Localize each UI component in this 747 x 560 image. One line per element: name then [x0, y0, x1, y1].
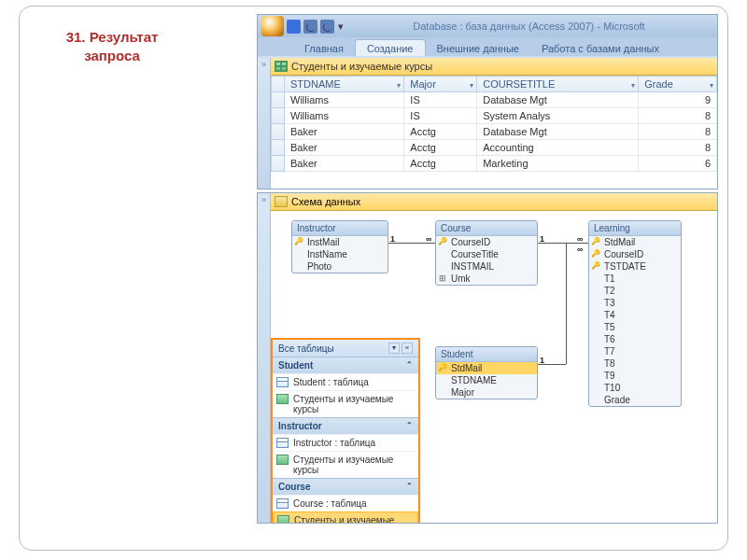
field-t8[interactable]: T8 [589, 357, 681, 370]
field-stdmail[interactable]: StdMail [589, 236, 681, 248]
chevron-down-icon[interactable]: ▾ [710, 81, 713, 90]
field-stdmail[interactable]: StdMail [436, 362, 537, 374]
cell[interactable]: Database Mgt [477, 92, 639, 108]
nav-item[interactable]: Student : таблица [273, 373, 418, 390]
cell[interactable]: Baker [285, 124, 404, 140]
office-button[interactable] [261, 16, 284, 36]
table-box-header[interactable]: Course [436, 221, 537, 236]
field-instmail[interactable]: InstMail [292, 236, 388, 248]
field-instmail[interactable]: INSTMAIL [436, 260, 537, 273]
cell[interactable]: 6 [639, 156, 717, 172]
ribbon-tab-dbtools[interactable]: Работа с базами данных [530, 40, 670, 56]
table-row[interactable]: WilliamsISSystem Analys8 [272, 108, 717, 124]
row-selector[interactable] [272, 124, 285, 140]
field-t3[interactable]: T3 [589, 297, 681, 309]
cell[interactable]: Acctg [404, 156, 477, 172]
row-selector[interactable] [272, 92, 285, 108]
field-t10[interactable]: T10 [589, 382, 681, 394]
table-box-learning[interactable]: Learning StdMail CourseID TSTDATE T1 T2 … [588, 220, 682, 407]
table-box-header[interactable]: Student [436, 347, 537, 362]
datasheet-grid[interactable]: STDNAME▾ Major▾ COURSETITLE▾ Grade▾ Will… [271, 76, 717, 189]
nav-item[interactable]: Course : таблица [273, 495, 418, 511]
chevron-down-icon[interactable]: ▾ [470, 81, 473, 90]
navigation-pane[interactable]: Все таблицы ▾ « Student⌃Student : таблиц… [271, 338, 420, 524]
cell[interactable]: Acctg [404, 124, 477, 140]
navpane-collapse-icon[interactable]: « [402, 343, 413, 354]
undo-icon[interactable] [303, 20, 317, 34]
field-photo[interactable]: Photo [292, 260, 388, 273]
relationships-canvas[interactable]: Instructor InstMail InstName Photo Cours… [271, 211, 717, 523]
field-tstdate[interactable]: TSTDATE [589, 260, 681, 273]
field-t4[interactable]: T4 [589, 309, 681, 321]
cell[interactable]: Williams [285, 92, 404, 108]
cell[interactable]: Baker [285, 140, 404, 156]
cell[interactable]: Baker [285, 156, 404, 172]
ribbon-tab-create[interactable]: Создание [355, 39, 426, 56]
chevron-up-icon[interactable]: ⌃ [406, 360, 413, 371]
field-courseid[interactable]: CourseID [589, 248, 681, 260]
field-t2[interactable]: T2 [589, 285, 681, 297]
col-stdname[interactable]: STDNAME▾ [285, 77, 404, 92]
field-umk[interactable]: Umk [436, 273, 537, 285]
nav-group-header[interactable]: Instructor⌃ [273, 417, 418, 434]
chevron-up-icon[interactable]: ⌃ [406, 421, 413, 431]
nav-item[interactable]: Студенты и изучаемые курсы [273, 451, 418, 478]
field-t5[interactable]: T5 [589, 321, 681, 333]
redo-icon[interactable] [320, 20, 334, 34]
field-t6[interactable]: T6 [589, 333, 681, 345]
cell[interactable]: Williams [285, 108, 404, 124]
navpane-dropdown-icon[interactable]: ▾ [388, 343, 400, 354]
cell[interactable]: 8 [639, 124, 717, 140]
field-t9[interactable]: T9 [589, 370, 681, 382]
cell[interactable]: 9 [639, 92, 717, 108]
chevron-down-icon[interactable]: ▾ [397, 81, 401, 90]
ribbon-tab-external[interactable]: Внешние данные [426, 40, 530, 56]
table-row[interactable]: BakerAcctgDatabase Mgt8 [272, 124, 717, 140]
save-icon[interactable] [287, 20, 301, 34]
navpane-header[interactable]: Все таблицы ▾ « [273, 340, 418, 357]
nav-group-header[interactable]: Student⌃ [273, 357, 418, 373]
cell[interactable]: Marketing [477, 156, 639, 172]
nav-item[interactable]: Instructor : таблица [273, 434, 418, 451]
qat-dropdown-icon[interactable]: ▾ [337, 20, 345, 34]
ribbon-tab-home[interactable]: Главная [293, 40, 355, 56]
chevron-up-icon[interactable]: ⌃ [406, 482, 413, 492]
col-grade[interactable]: Grade▾ [639, 77, 717, 92]
field-stdname[interactable]: STDNAME [436, 374, 537, 386]
field-courseid[interactable]: CourseID [436, 236, 537, 248]
cell[interactable]: IS [404, 92, 477, 108]
cell[interactable]: 8 [639, 108, 717, 124]
cell[interactable]: Accounting [477, 140, 639, 156]
cell[interactable]: 8 [639, 140, 717, 156]
nav-item[interactable]: Студенты и изучаемые курсы [273, 390, 418, 417]
row-selector[interactable] [272, 140, 285, 156]
row-selector[interactable] [272, 156, 285, 172]
table-box-student[interactable]: Student StdMail STDNAME Major [435, 346, 538, 399]
row-selector[interactable] [272, 108, 285, 124]
navpane-collapse-icon[interactable]: » [258, 58, 271, 189]
field-coursetitle[interactable]: CourseTitle [436, 248, 537, 260]
relationship-line[interactable] [566, 243, 567, 364]
field-major[interactable]: Major [436, 386, 537, 399]
table-row[interactable]: BakerAcctgMarketing6 [272, 156, 717, 172]
cell[interactable]: IS [404, 108, 477, 124]
table-box-header[interactable]: Instructor [292, 221, 388, 236]
nav-item[interactable]: Студенты и изучаемые курсы [273, 511, 418, 524]
chevron-down-icon[interactable]: ▾ [631, 81, 635, 90]
col-coursetitle[interactable]: COURSETITLE▾ [477, 77, 639, 92]
field-instname[interactable]: InstName [292, 248, 388, 260]
field-grade[interactable]: Grade [589, 394, 681, 406]
col-major[interactable]: Major▾ [404, 77, 477, 92]
cell[interactable]: System Analys [477, 108, 639, 124]
table-row[interactable]: WilliamsISDatabase Mgt9 [272, 92, 717, 108]
table-box-header[interactable]: Learning [589, 221, 681, 236]
cell[interactable]: Database Mgt [477, 124, 639, 140]
field-t7[interactable]: T7 [589, 345, 681, 357]
table-box-instructor[interactable]: Instructor InstMail InstName Photo [291, 220, 388, 273]
nav-group-header[interactable]: Course⌃ [273, 478, 418, 495]
cell[interactable]: Acctg [404, 140, 477, 156]
row-selector-header[interactable] [272, 77, 285, 92]
table-row[interactable]: BakerAcctgAccounting8 [272, 140, 717, 156]
navpane-collapse-icon[interactable]: » [258, 193, 271, 523]
table-box-course[interactable]: Course CourseID CourseTitle INSTMAIL Umk [435, 220, 538, 286]
